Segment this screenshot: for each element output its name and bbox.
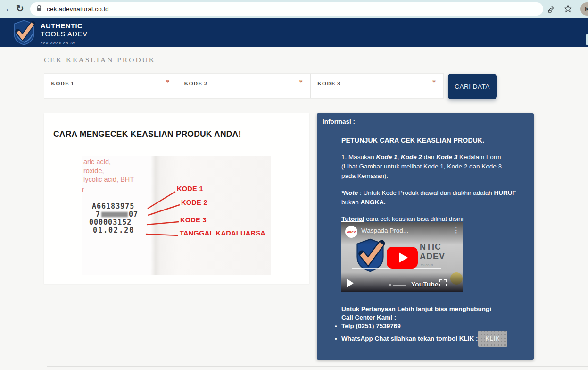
kode-2-field[interactable]: KODE 2 * — [177, 74, 310, 98]
video-title[interactable]: Waspada Prod... — [361, 227, 408, 234]
required-asterisk: * — [299, 79, 303, 86]
kode-2-input[interactable] — [183, 86, 304, 97]
thumbnail-text-line2: ADEV — [420, 252, 445, 261]
kode-2-annotation: KODE 2 — [181, 199, 207, 206]
site-logo[interactable]: AUTHENTIC TOOLS ADEV cek.adev.co.id — [12, 19, 88, 48]
product-code-image: aric acid, roxide, lycolic acid, BHT r A… — [82, 156, 271, 275]
bullet-icon: • — [335, 335, 341, 342]
logo-line1: AUTHENTIC — [41, 22, 88, 30]
required-asterisk: * — [432, 79, 436, 86]
info-panel: Informasi : PETUNJUK CARA CEK KEASLIAN P… — [317, 113, 534, 360]
kode-3-field[interactable]: KODE 3 * — [311, 74, 443, 98]
youtube-player[interactable]: NTIC ADEV ral.co.id adev Waspada Prod...… — [341, 222, 463, 292]
reload-icon[interactable]: ↻ — [16, 4, 24, 13]
printed-code-3: 000003152 — [89, 218, 132, 227]
footer-divider — [47, 366, 588, 367]
ingredients-text: aric acid, roxide, lycolic acid, BHT — [83, 158, 134, 184]
note-text: *Note : Untuk Kode Produk diawal dan dia… — [341, 188, 517, 207]
whatsapp-klik-button[interactable]: KLIK — [478, 331, 507, 347]
printed-code-1: A66183975 — [92, 202, 134, 210]
fullscreen-icon[interactable] — [439, 279, 447, 288]
kode-1-input[interactable] — [50, 86, 171, 97]
url-text: cek.adevnatural.co.id — [47, 6, 109, 13]
kode-3-input[interactable] — [317, 86, 437, 97]
blurred-code-segment — [101, 212, 128, 217]
kode-1-annotation: KODE 1 — [177, 185, 203, 193]
instructions-heading: PETUNJUK CARA CEK KEASLIAN PRODUK. — [341, 135, 517, 145]
info-panel-title: Informasi : — [323, 118, 355, 125]
youtube-logo[interactable]: YouTube — [411, 281, 439, 288]
kode-3-annotation: KODE 3 — [180, 216, 207, 224]
cari-data-button[interactable]: CARI DATA — [448, 74, 497, 99]
shield-check-icon — [12, 19, 36, 48]
instruction-step-1: 1. Masukan Kode 1, Kode 2 dan Kode 3 Ked… — [341, 152, 517, 181]
phone-bullet: •Telp (0251) 7539769 — [335, 322, 401, 329]
channel-avatar[interactable]: adev — [345, 226, 357, 238]
video-play-button[interactable] — [387, 247, 418, 269]
printed-code-2: 707 — [96, 210, 138, 219]
page-scrollbar[interactable] — [586, 34, 588, 45]
video-progress-dash — [393, 285, 406, 286]
kode-1-field[interactable]: KODE 1 * — [44, 74, 177, 98]
contact-line-2: Call Center Kami : — [341, 313, 517, 322]
site-header: AUTHENTIC TOOLS ADEV cek.adev.co.id — [0, 18, 588, 47]
video-progress-dot — [389, 284, 391, 286]
address-bar[interactable]: cek.adevnatural.co.id — [30, 2, 543, 16]
play-triangle-icon — [399, 252, 408, 263]
thumbnail-url-text: ral.co.id — [421, 263, 433, 267]
whatsapp-bullet: •WhatsApp Chat silahkan tekan tombol KLI… — [335, 335, 478, 342]
forward-icon[interactable]: → — [1, 4, 10, 13]
logo-subdomain: cek.adev.co.id — [41, 40, 88, 45]
bullet-icon: • — [335, 322, 341, 329]
guide-card: CARA MENGECEK KEASLIAN PRODUK ANDA! aric… — [44, 113, 309, 284]
share-icon[interactable] — [547, 4, 556, 16]
video-controls-play-icon[interactable] — [347, 279, 354, 287]
page-title: CEK KEASLIAN PRODUK — [44, 56, 156, 64]
kode-1-label: KODE 1 — [51, 80, 74, 87]
star-icon[interactable] — [563, 4, 572, 15]
code-form: KODE 1 * KODE 2 * KODE 3 * — [44, 73, 444, 99]
browser-toolbar: → ↻ cek.adevnatural.co.id K — [0, 0, 588, 18]
ingredients-fragment: r — [82, 186, 84, 193]
lock-icon — [36, 5, 42, 13]
logo-line2: TOOLS ADEV — [41, 30, 88, 38]
contact-line-1: Untuk Pertanyaan Lebih lanjut bisa mengh… — [341, 304, 517, 314]
guide-heading: CARA MENGECEK KEASLIAN PRODUK ANDA! — [53, 129, 241, 139]
video-menu-icon[interactable]: ⋮ — [453, 226, 460, 235]
browser-profile-avatar[interactable]: K — [580, 2, 588, 16]
printed-expiry-date: 01.02.20 — [93, 226, 134, 235]
expiry-annotation: TANGGAL KADALUARSA — [180, 229, 265, 237]
kode-2-label: KODE 2 — [184, 80, 207, 87]
required-asterisk: * — [166, 79, 169, 86]
kode-3-label: KODE 3 — [317, 80, 340, 87]
